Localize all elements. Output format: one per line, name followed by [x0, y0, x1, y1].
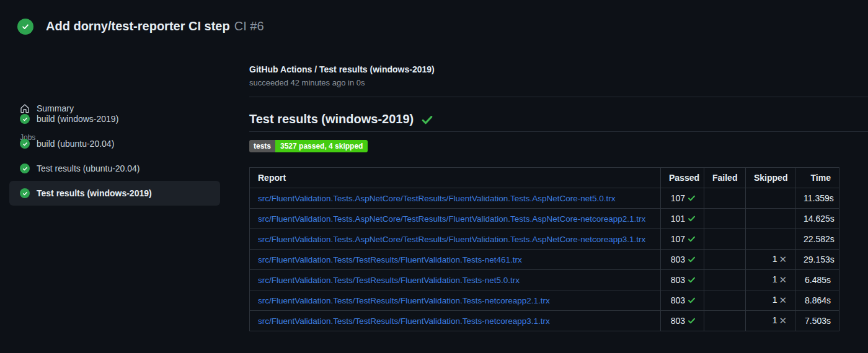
table-row: src/FluentValidation.Tests.AspNetCore/Te… [250, 229, 839, 250]
sidebar-item-job-3[interactable]: Test results (windows-2019) [9, 181, 220, 206]
failed-cell [704, 250, 746, 270]
check-run-status: succeeded 42 minutes ago in 0s [249, 78, 365, 87]
column-header-skipped: Skipped [746, 168, 795, 188]
time-cell: 7.503s [795, 311, 839, 331]
time-cell: 22.582s [795, 229, 839, 250]
failed-cell [704, 188, 746, 209]
report-cell: src/FluentValidation.Tests/TestResults/F… [250, 270, 661, 290]
passed-count: 107 [671, 193, 685, 203]
job-success-icon [20, 114, 30, 124]
table-row: src/FluentValidation.Tests/TestResults/F… [250, 311, 839, 331]
report-cell: src/FluentValidation.Tests.AspNetCore/Te… [250, 229, 661, 250]
passed-cell: 803 [661, 270, 704, 290]
run-number: CI #6 [234, 19, 264, 33]
skipped-cell: ✕ [746, 229, 795, 250]
passed-cell: 803 [661, 290, 704, 311]
skipped-cell: 1✕ [746, 290, 795, 311]
column-header-report: Report [250, 168, 661, 188]
table-row: src/FluentValidation.Tests/TestResults/F… [250, 290, 839, 311]
skipped-cell: 1✕ [746, 270, 795, 290]
report-cell: src/FluentValidation.Tests/TestResults/F… [250, 290, 661, 311]
passed-check-icon [685, 214, 696, 224]
report-cell: src/FluentValidation.Tests/TestResults/F… [250, 311, 661, 331]
skipped-cell: 1✕ [746, 311, 795, 331]
passed-check-icon [685, 234, 696, 244]
passed-cell: 803 [661, 311, 704, 331]
job-success-icon [20, 188, 30, 198]
run-title: Add dorny/test-reporter CI stepCI #6 [46, 19, 264, 33]
column-header-time: Time [795, 168, 839, 188]
time-cell: 6.485s [795, 270, 839, 290]
skipped-count: 1 [773, 315, 777, 325]
passed-check-icon [685, 295, 696, 305]
table-row: src/FluentValidation.Tests.AspNetCore/Te… [250, 209, 839, 229]
run-success-icon [17, 19, 33, 35]
table-row: src/FluentValidation.Tests/TestResults/F… [250, 270, 839, 290]
skipped-x-icon: ✕ [779, 315, 787, 326]
tests-badge-value: 3527 passed, 4 skipped [275, 140, 368, 152]
time-cell: 29.153s [795, 250, 839, 270]
passed-count: 803 [671, 316, 685, 326]
report-cell: src/FluentValidation.Tests.AspNetCore/Te… [250, 209, 661, 229]
table-row: src/FluentValidation.Tests.AspNetCore/Te… [250, 188, 839, 209]
passed-cell: 803 [661, 250, 704, 270]
skipped-x-icon: ✕ [779, 254, 787, 264]
skipped-count: 1 [773, 295, 777, 305]
skipped-cell: 1✕ [746, 250, 795, 270]
job-success-icon [20, 163, 30, 173]
report-link[interactable]: src/FluentValidation.Tests.AspNetCore/Te… [258, 235, 645, 244]
report-cell: src/FluentValidation.Tests/TestResults/F… [250, 250, 661, 270]
failed-cell [704, 209, 746, 229]
report-link[interactable]: src/FluentValidation.Tests/TestResults/F… [258, 255, 522, 264]
divider [249, 131, 868, 132]
skipped-count: 1 [773, 254, 777, 264]
skipped-count: 1 [773, 274, 777, 284]
failed-cell [704, 270, 746, 290]
job-item-label: Test results (ubuntu-20.04) [37, 163, 140, 173]
passed-count: 803 [671, 295, 685, 305]
sidebar: Summary Jobs build (windows-2019) build … [0, 43, 242, 353]
section-heading: Test results (windows-2019) [249, 112, 433, 126]
test-results-table: Report Passed Failed Skipped Time src/Fl… [249, 167, 839, 331]
run-header: Add dorny/test-reporter CI stepCI #6 [0, 0, 868, 43]
report-link[interactable]: src/FluentValidation.Tests/TestResults/F… [258, 296, 550, 305]
report-link[interactable]: src/FluentValidation.Tests.AspNetCore/Te… [258, 214, 645, 224]
skipped-cell: ✕ [746, 188, 795, 209]
job-item-label: build (ubuntu-20.04) [37, 139, 114, 149]
passed-check-icon [685, 316, 696, 326]
job-item-label: Test results (windows-2019) [37, 188, 152, 198]
run-title-text: Add dorny/test-reporter CI step [46, 19, 230, 33]
tests-badge-label: tests [249, 140, 275, 152]
failed-cell [704, 229, 746, 250]
column-header-passed: Passed [661, 168, 704, 188]
table-body: src/FluentValidation.Tests.AspNetCore/Te… [250, 188, 839, 331]
table-header-row: Report Passed Failed Skipped Time [250, 168, 839, 188]
time-cell: 14.625s [795, 209, 839, 229]
passed-cell: 107 [661, 229, 704, 250]
passed-count: 107 [671, 234, 685, 244]
report-cell: src/FluentValidation.Tests.AspNetCore/Te… [250, 188, 661, 209]
report-link[interactable]: src/FluentValidation.Tests/TestResults/F… [258, 276, 520, 285]
failed-cell [704, 290, 746, 311]
column-header-failed: Failed [704, 168, 746, 188]
skipped-cell: ✕ [746, 209, 795, 229]
sidebar-item-job-2[interactable]: Test results (ubuntu-20.04) [9, 156, 220, 181]
report-link[interactable]: src/FluentValidation.Tests/TestResults/F… [258, 316, 550, 326]
sidebar-item-job-1[interactable]: build (ubuntu-20.04) [9, 131, 220, 156]
section-success-check-icon [421, 113, 433, 126]
skipped-x-icon: ✕ [779, 295, 787, 305]
time-cell: 11.359s [795, 188, 839, 209]
passed-cell: 107 [661, 188, 704, 209]
time-cell: 8.864s [795, 290, 839, 311]
job-success-icon [20, 139, 30, 149]
section-title: Test results (windows-2019) [249, 112, 414, 126]
job-item-label: build (windows-2019) [37, 114, 118, 124]
sidebar-item-job-0[interactable]: build (windows-2019) [9, 107, 220, 131]
report-link[interactable]: src/FluentValidation.Tests.AspNetCore/Te… [258, 194, 616, 203]
passed-check-icon [685, 275, 696, 285]
passed-check-icon [685, 193, 696, 203]
table-row: src/FluentValidation.Tests/TestResults/F… [250, 250, 839, 270]
check-run-title: GitHub Actions / Test results (windows-2… [249, 64, 435, 74]
tests-badge: tests 3527 passed, 4 skipped [249, 140, 368, 152]
passed-cell: 101 [661, 209, 704, 229]
